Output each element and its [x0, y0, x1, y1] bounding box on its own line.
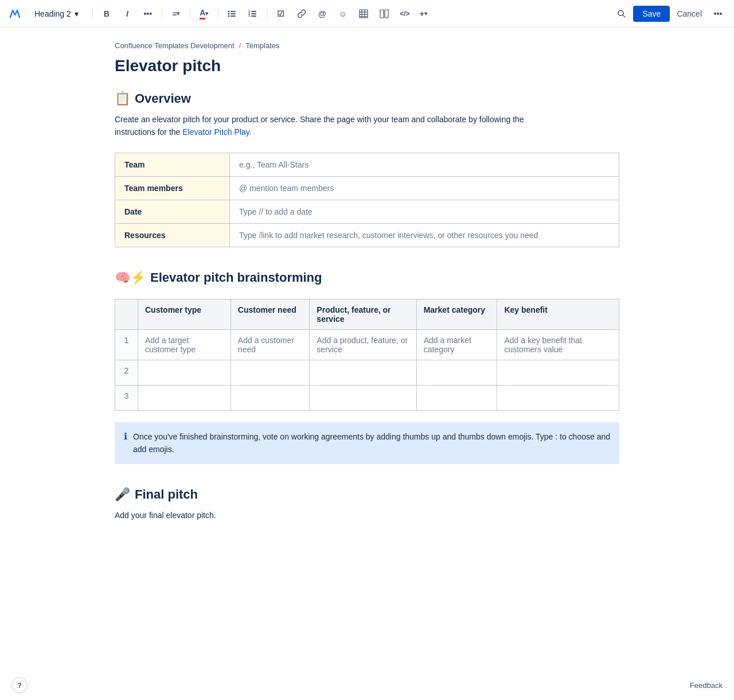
row-num-1: 1: [115, 329, 138, 360]
align-button[interactable]: ≡ ▾: [167, 5, 185, 23]
insert-icon: +: [420, 9, 424, 18]
svg-rect-20: [385, 10, 388, 18]
table-row: Team members @ mention team members: [115, 176, 619, 200]
table-header-row: Customer type Customer need Product, fea…: [115, 299, 619, 329]
toolbar-divider-1: [92, 8, 93, 20]
toolbar-divider-3: [190, 8, 190, 20]
breadcrumb: Confluence Templates Development / Templ…: [115, 41, 619, 50]
italic-button[interactable]: I: [118, 5, 136, 23]
col-market-category-header: Market category: [416, 299, 497, 329]
row3-key-benefit[interactable]: [497, 385, 619, 410]
col-key-benefit-header: Key benefit: [497, 299, 619, 329]
table-row: 1 Add a target customer type Add a custo…: [115, 329, 619, 360]
col-customer-type-header: Customer type: [138, 299, 231, 329]
svg-rect-12: [251, 15, 256, 17]
row1-key-benefit[interactable]: Add a key benefit that customers value: [497, 329, 619, 360]
help-button[interactable]: ?: [11, 677, 28, 693]
brainstorm-table: Customer type Customer need Product, fea…: [115, 299, 619, 411]
overview-section: 📋 Overview Create an elevator pitch for …: [115, 91, 619, 139]
insert-chevron: ▾: [424, 10, 427, 17]
resources-label: Resources: [115, 223, 230, 247]
row2-customer-need[interactable]: [231, 360, 310, 385]
table-button[interactable]: [354, 5, 373, 23]
overview-body-text: Create an elevator pitch for your produc…: [115, 115, 524, 137]
brainstorm-emoji: 🧠⚡: [115, 270, 146, 285]
svg-point-1: [228, 10, 229, 12]
emoji-button[interactable]: ☺: [334, 5, 352, 23]
numbered-list-button[interactable]: 1.2.3.: [244, 5, 262, 23]
bold-button[interactable]: B: [97, 5, 116, 23]
row2-key-benefit[interactable]: [497, 360, 619, 385]
heading-selector-label: Heading 2: [34, 9, 71, 18]
search-button[interactable]: [612, 5, 631, 23]
row3-market-category[interactable]: [416, 385, 497, 410]
more-options-button[interactable]: •••: [709, 5, 727, 23]
svg-rect-19: [380, 10, 384, 18]
svg-rect-10: [251, 13, 256, 14]
row1-customer-need[interactable]: Add a customer need: [231, 329, 310, 360]
row2-market-category[interactable]: [416, 360, 497, 385]
svg-text:3.: 3.: [248, 14, 251, 17]
columns-button[interactable]: [375, 5, 393, 23]
col-num-header: [115, 299, 138, 329]
final-pitch-emoji: 🎤: [115, 487, 130, 502]
team-label: Team: [115, 153, 230, 176]
team-value[interactable]: e.g., Team All-Stars: [230, 153, 619, 176]
info-box-text: Once you've finished brainstorming, vote…: [133, 430, 610, 456]
mention-button[interactable]: @: [313, 5, 331, 23]
overview-body: Create an elevator pitch for your produc…: [115, 113, 528, 139]
svg-rect-2: [231, 11, 236, 12]
overview-heading-text: Overview: [135, 91, 191, 106]
brainstorm-heading: 🧠⚡ Elevator pitch brainstorming: [115, 270, 619, 285]
row2-customer-type[interactable]: [138, 360, 231, 385]
page-content: Confluence Templates Development / Templ…: [92, 28, 642, 579]
heading-selector[interactable]: Heading 2 ▾: [30, 7, 83, 21]
link-button[interactable]: [292, 5, 311, 23]
row1-customer-type[interactable]: Add a target customer type: [138, 329, 231, 360]
info-table: Team e.g., Team All-Stars Team members @…: [115, 153, 619, 247]
row-num-3: 3: [115, 385, 138, 410]
more-formatting-button[interactable]: •••: [139, 5, 157, 23]
overview-emoji: 📋: [115, 91, 130, 106]
table-row: Date Type // to add a date: [115, 200, 619, 223]
task-button[interactable]: ☑: [272, 5, 290, 23]
info-box: ℹ Once you've finished brainstorming, vo…: [115, 422, 619, 464]
insert-button[interactable]: + ▾: [416, 5, 431, 23]
toolbar-divider-5: [267, 8, 267, 20]
table-row: Resources Type /link to add market resea…: [115, 223, 619, 247]
svg-point-3: [228, 13, 229, 14]
svg-point-21: [618, 10, 623, 15]
date-label: Date: [115, 200, 230, 223]
row-num-2: 2: [115, 360, 138, 385]
elevator-pitch-play-link[interactable]: Elevator Pitch Play.: [182, 127, 251, 137]
row1-market-category[interactable]: Add a market category: [416, 329, 497, 360]
bullet-list-button[interactable]: [223, 5, 241, 23]
row3-customer-need[interactable]: [231, 385, 310, 410]
final-pitch-heading-text: Final pitch: [135, 487, 198, 502]
code-button[interactable]: </>: [396, 5, 414, 23]
breadcrumb-parent-link[interactable]: Confluence Templates Development: [115, 41, 235, 50]
team-members-value[interactable]: @ mention team members: [230, 176, 619, 200]
svg-rect-6: [231, 15, 236, 17]
final-pitch-body[interactable]: Add your final elevator pitch.: [115, 509, 528, 522]
table-row: 3: [115, 385, 619, 410]
table-row: Team e.g., Team All-Stars: [115, 153, 619, 176]
row1-product[interactable]: Add a product, feature, or service: [310, 329, 416, 360]
date-value[interactable]: Type // to add a date: [230, 200, 619, 223]
text-color-chevron: ▾: [205, 10, 208, 17]
cancel-button[interactable]: Cancel: [672, 6, 706, 22]
row3-customer-type[interactable]: [138, 385, 231, 410]
text-color-button[interactable]: A ▾: [195, 5, 213, 23]
resources-value[interactable]: Type /link to add market research, custo…: [230, 223, 619, 247]
toolbar: Heading 2 ▾ B I ••• ≡ ▾ A ▾ 1.2.3. ☑ @ ☺…: [0, 0, 734, 28]
col-customer-need-header: Customer need: [231, 299, 310, 329]
row2-product[interactable]: [310, 360, 416, 385]
toolbar-divider-2: [162, 8, 162, 20]
col-product-header: Product, feature, or service: [310, 299, 416, 329]
feedback-button[interactable]: Feedback: [690, 681, 723, 690]
overview-heading: 📋 Overview: [115, 91, 619, 106]
save-button[interactable]: Save: [633, 6, 670, 22]
page-title[interactable]: Elevator pitch: [115, 57, 619, 75]
row3-product[interactable]: [310, 385, 416, 410]
footer: ? Feedback: [0, 670, 734, 700]
